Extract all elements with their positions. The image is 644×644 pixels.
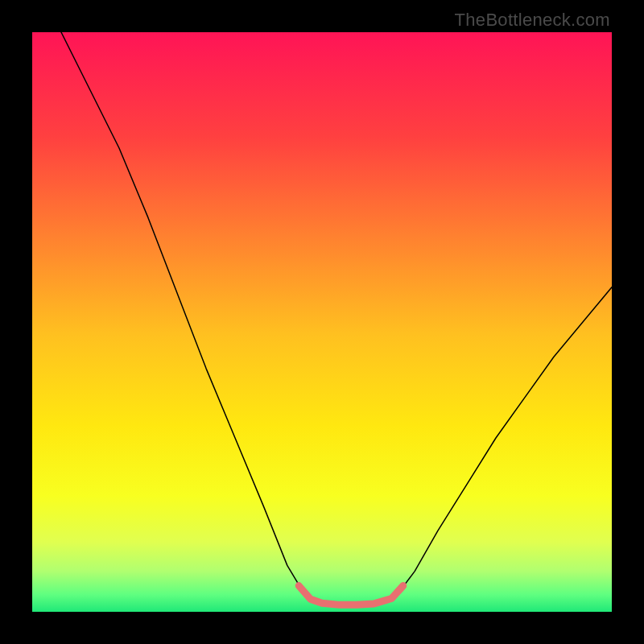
chart-container: TheBottleneck.com — [0, 0, 644, 644]
watermark-text: TheBottleneck.com — [455, 10, 610, 31]
plot-area — [32, 32, 612, 612]
gradient-background — [32, 32, 612, 612]
chart-svg — [32, 32, 612, 612]
